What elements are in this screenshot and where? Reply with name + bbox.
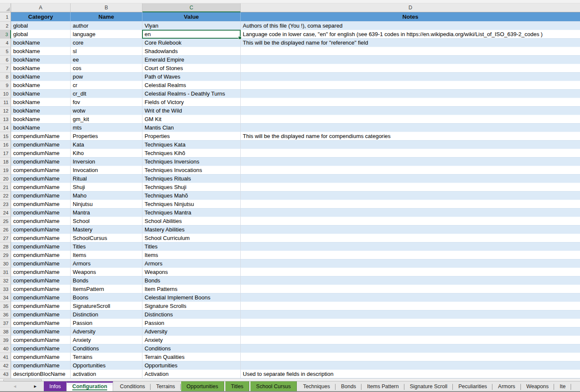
cell-category[interactable]: compendiumName [11, 243, 71, 251]
row-number[interactable]: 18 [0, 158, 11, 166]
cell-value[interactable]: Fields of Victory [142, 98, 241, 107]
cell-category[interactable]: bookName [11, 124, 71, 132]
cell-value[interactable]: Item Patterns [142, 285, 241, 293]
cell-value[interactable]: Signature Scrolls [142, 302, 241, 310]
cell-category[interactable]: bookName [11, 81, 71, 90]
cell-name[interactable]: ee [71, 56, 142, 64]
row-number[interactable]: 28 [0, 243, 11, 251]
row-number[interactable]: 31 [0, 268, 11, 276]
sheet-tab-titles[interactable]: Titles [225, 381, 249, 391]
cell-notes[interactable]: This will be the displayed name for "ref… [241, 39, 580, 47]
sheet-tab-infos[interactable]: Infos [44, 381, 66, 391]
cell-value[interactable]: Celestial Realms [142, 81, 241, 90]
cell-name[interactable]: Items [71, 251, 142, 259]
cell-category[interactable]: bookName [11, 107, 71, 115]
cell-category[interactable]: compendiumName [11, 217, 71, 226]
row-number[interactable]: 38 [0, 327, 11, 336]
cell-name[interactable]: Kiho [71, 149, 142, 158]
cell-category[interactable]: compendiumName [11, 192, 71, 200]
row-number[interactable]: 5 [0, 47, 11, 56]
cell-name[interactable]: cr_dlt [71, 90, 142, 98]
cell-name[interactable]: Distinction [71, 310, 142, 319]
cell-value[interactable]: Techniques Shuji [142, 183, 241, 192]
cell-name[interactable]: Shuji [71, 183, 142, 192]
cell-notes[interactable] [241, 47, 580, 56]
cell-value[interactable]: Techniques Rituals [142, 175, 241, 183]
sheet-tab-bonds[interactable]: Bonds [335, 381, 361, 391]
cell-category[interactable]: compendiumName [11, 268, 71, 276]
column-header-c[interactable]: C [142, 3, 241, 12]
cell-category[interactable]: compendiumName [11, 149, 71, 158]
sheet-tab-armors[interactable]: Armors [492, 381, 520, 391]
cell-category[interactable]: compendiumName [11, 285, 71, 293]
cell-notes[interactable] [241, 90, 580, 98]
cell-notes[interactable] [241, 175, 580, 183]
row-number[interactable]: 27 [0, 234, 11, 243]
cell-notes[interactable] [241, 200, 580, 209]
cell-category[interactable]: compendiumName [11, 336, 71, 344]
row-number[interactable]: 12 [0, 107, 11, 115]
row-number[interactable]: 23 [0, 200, 11, 209]
cell-name[interactable]: core [71, 39, 142, 47]
cell-notes[interactable] [241, 98, 580, 107]
cell-notes[interactable]: This will be the displayed name for comp… [241, 132, 580, 141]
cell-category[interactable]: compendiumName [11, 158, 71, 166]
cell-value[interactable]: Titles [142, 243, 241, 251]
row-number[interactable]: 43 [0, 370, 11, 378]
cell-name[interactable]: Weapons [71, 268, 142, 276]
row-number[interactable]: 39 [0, 336, 11, 344]
cell-category[interactable]: bookName [11, 56, 71, 64]
cell-notes[interactable] [241, 310, 580, 319]
cell-value[interactable]: en [142, 30, 241, 39]
header-cell-category[interactable]: Category [11, 12, 71, 22]
cell-category[interactable]: compendiumName [11, 183, 71, 192]
row-number[interactable]: 16 [0, 141, 11, 149]
cell-category[interactable]: compendiumName [11, 209, 71, 217]
header-cell-notes[interactable]: Notes [241, 12, 580, 22]
cell-value[interactable]: Emerald Empire [142, 56, 241, 64]
row-number[interactable]: 33 [0, 285, 11, 293]
cell-name[interactable]: ItemsPattern [71, 285, 142, 293]
cell-notes[interactable] [241, 251, 580, 259]
row-number[interactable]: 41 [0, 353, 11, 361]
cell-value[interactable]: Techniques Invocations [142, 166, 241, 175]
cell-value[interactable]: Techniques Kata [142, 141, 241, 149]
cell-notes[interactable] [241, 319, 580, 327]
cell-notes[interactable] [241, 166, 580, 175]
cell-value[interactable]: School Curriculum [142, 234, 241, 243]
row-number[interactable]: 2 [0, 22, 11, 30]
cell-name[interactable]: Mastery [71, 226, 142, 234]
cell-value[interactable]: Adversity [142, 327, 241, 336]
cell-value[interactable]: Techniques Kihõ [142, 149, 241, 158]
header-cell-name[interactable]: Name [71, 12, 142, 22]
cell-notes[interactable] [241, 124, 580, 132]
cell-value[interactable]: Anxiety [142, 336, 241, 344]
cell-notes[interactable] [241, 302, 580, 310]
cell-value[interactable]: Core Rulebook [142, 39, 241, 47]
cell-category[interactable]: bookName [11, 98, 71, 107]
column-header-b[interactable]: B [71, 3, 142, 12]
row-number[interactable]: 7 [0, 64, 11, 73]
cell-category[interactable]: compendiumName [11, 166, 71, 175]
cell-notes[interactable] [241, 344, 580, 353]
row-number[interactable]: 14 [0, 124, 11, 132]
cell-notes[interactable] [241, 217, 580, 226]
cell-category[interactable]: compendiumName [11, 226, 71, 234]
cell-value[interactable]: Activation [142, 370, 241, 378]
cell-notes[interactable] [241, 226, 580, 234]
header-cell-value[interactable]: Value [142, 12, 241, 22]
cell-name[interactable]: Properties [71, 132, 142, 141]
cell-value[interactable]: School Abilities [142, 217, 241, 226]
row-number[interactable]: 21 [0, 183, 11, 192]
cell-category[interactable]: compendiumName [11, 259, 71, 268]
cell-category[interactable]: global [11, 30, 71, 39]
sheet-tab-terrains[interactable]: Terrains [151, 381, 180, 391]
cell-notes[interactable] [241, 268, 580, 276]
cell-category[interactable]: bookName [11, 73, 71, 81]
cell-name[interactable]: Mantra [71, 209, 142, 217]
sheet-tab-techniques[interactable]: Techniques [298, 381, 335, 391]
cell-category[interactable]: compendiumName [11, 344, 71, 353]
cell-value[interactable]: Celestial Realms - Deathly Turns [142, 90, 241, 98]
cell-name[interactable]: Terrains [71, 353, 142, 361]
cell-name[interactable]: SignatureScroll [71, 302, 142, 310]
